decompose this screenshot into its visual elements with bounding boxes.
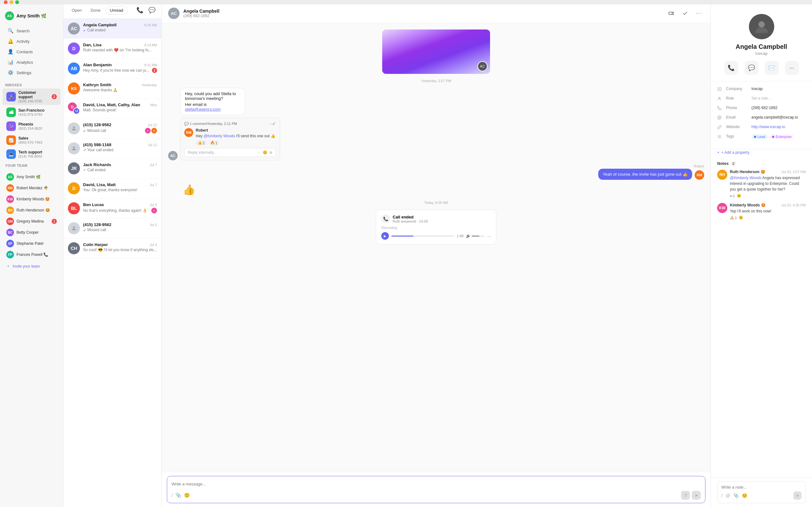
nav-activity[interactable]: 🔔 Activity bbox=[3, 36, 61, 46]
team-ruth[interactable]: RH Ruth Henderson 🤩 bbox=[3, 205, 61, 216]
video-call-button[interactable] bbox=[666, 8, 676, 18]
send-button[interactable]: ➤ bbox=[692, 491, 701, 500]
reaction-smiley-btn2[interactable]: 😊 bbox=[739, 216, 743, 220]
rp-actions: 📞 💬 ✉️ ··· bbox=[724, 61, 799, 75]
conv-item-415-128[interactable]: (415) 128-9562 Jul 12 ↙ Missed call K R bbox=[63, 119, 161, 138]
note-input-footer: / @ 📎 🙂 ➤ bbox=[721, 492, 802, 500]
comment-check-icon[interactable]: ✓ bbox=[272, 121, 276, 126]
conv-item-415-128-2[interactable]: (415) 128-9562 Jul 5 ↙ Missed call bbox=[63, 219, 161, 238]
invite-team-button[interactable]: ＋ Invite your team bbox=[3, 262, 61, 271]
tab-unread[interactable]: Unread bbox=[106, 6, 127, 14]
conv-avatar-alan: AB bbox=[68, 62, 80, 74]
maximize-button[interactable] bbox=[15, 0, 19, 4]
nav-contacts-label: Contacts bbox=[16, 50, 33, 54]
conv-item-david-group[interactable]: D +2 David, Lisa, Matt, Cathy, Alan Mon … bbox=[63, 99, 161, 119]
notes-section: Notes 2 RH Ruth Henderson 🤩 Jul 23, 3:57… bbox=[711, 156, 812, 477]
note-send-btn[interactable]: ➤ bbox=[793, 492, 802, 500]
note-emoji-icon[interactable]: 🙂 bbox=[742, 493, 747, 498]
timestamp-yesterday: Yesterday, 2:07 PM bbox=[168, 79, 704, 83]
nav-settings[interactable]: ⚙️ Settings bbox=[3, 67, 61, 78]
inbox-san-francisco[interactable]: 🏙 San Francisco (415) 875-5793 bbox=[3, 106, 61, 119]
team-frances[interactable]: FP Frances Powell 📞 bbox=[3, 249, 61, 260]
inbox-customer-support[interactable]: 🚀 Customer support (628) 246-3765 2 bbox=[3, 89, 61, 105]
reply-send-btn[interactable]: ⊕ bbox=[269, 150, 272, 155]
attachment-icon[interactable]: 📎 bbox=[175, 493, 181, 498]
inbox-phoenix[interactable]: 🔮 Phoenix (802) 154-9820 bbox=[3, 119, 61, 133]
progress-track[interactable] bbox=[391, 236, 454, 236]
slash-command-icon[interactable]: / bbox=[172, 493, 173, 498]
nav-search[interactable]: 🔍 Search bbox=[3, 26, 61, 36]
reply-emoji-btn[interactable]: ··· bbox=[258, 150, 261, 155]
compose-icon-button[interactable]: 💬 bbox=[147, 5, 157, 15]
inbox-avatar-sales: 📈 bbox=[6, 135, 16, 145]
team-kimberly[interactable]: KW Kimberly Woods 🤩 bbox=[3, 194, 61, 205]
conv-item-colin[interactable]: CH Colin Harper Jul 4 So cool! 😎 I'll le… bbox=[63, 238, 161, 259]
play-button[interactable]: ▶ bbox=[381, 232, 389, 240]
message-input[interactable] bbox=[172, 480, 701, 488]
progress-fill bbox=[391, 236, 413, 236]
minimize-button[interactable] bbox=[9, 0, 13, 4]
conv-item-ben[interactable]: BL Ben Lucas Jul 5 No that's everything,… bbox=[63, 199, 161, 219]
plus-icon: ＋ bbox=[6, 264, 10, 269]
recording-bar: ▶ 1:48 🔊 ··· bbox=[381, 232, 491, 240]
nav-analytics[interactable]: 📊 Analytics bbox=[3, 57, 61, 67]
reaction-smiley-btn[interactable]: 😊 bbox=[737, 194, 741, 198]
tab-done[interactable]: Done bbox=[87, 6, 104, 14]
conv-item-dan-lisa[interactable]: D Dan, Lisa 9:14 AM Ruth reacted with ❤️… bbox=[63, 39, 161, 59]
chat-contact-avatar: AC bbox=[168, 8, 179, 19]
conv-item-jack[interactable]: JR Jack Richards Jul 7 ✓ Call ended bbox=[63, 159, 161, 178]
note-input-area: / @ 📎 🙂 ➤ bbox=[711, 477, 812, 507]
rp-more-btn[interactable]: ··· bbox=[785, 61, 799, 75]
rp-avatar bbox=[749, 14, 774, 39]
note-input-field[interactable] bbox=[721, 485, 802, 490]
inbox-info-sf: San Francisco (415) 875-5793 bbox=[18, 108, 57, 116]
svg-point-1 bbox=[73, 147, 75, 149]
rp-profile: Angela Campbell Icecap 📞 💬 ✉️ ··· bbox=[711, 4, 812, 81]
detail-tags: Tags Lead Enterprise bbox=[717, 134, 806, 140]
team-robert[interactable]: RM Robert Mendez 🌴 bbox=[3, 183, 61, 193]
inbox-tech-support[interactable]: 💻 Tech support (514) 705-8002 bbox=[3, 148, 61, 161]
more-recording-btn[interactable]: ··· bbox=[487, 233, 491, 239]
team-amy[interactable]: AS Amy Smith 🌿 bbox=[3, 172, 61, 182]
conv-item-415-598[interactable]: (415) 598-1168 Jul 12 ↗ Your call ended bbox=[63, 138, 161, 159]
msg-avatar-left: AC bbox=[168, 151, 178, 160]
reply-input[interactable]: Reply internally... ··· 🙂 ⊕ bbox=[184, 148, 276, 157]
conv-item-angela[interactable]: AC Angela Campbell 9:26 AM ↙ Call ended bbox=[63, 19, 161, 39]
nav-contacts[interactable]: 👤 Contacts bbox=[3, 47, 61, 57]
emoji-icon[interactable]: 🙂 bbox=[184, 493, 190, 498]
tab-open[interactable]: Open bbox=[68, 6, 86, 14]
team-gregory[interactable]: GM Gregory Medina 1 bbox=[3, 216, 61, 227]
note-slash-icon[interactable]: / bbox=[721, 493, 722, 498]
conv-avatar-unknown3 bbox=[68, 222, 80, 234]
call-icon-button[interactable]: 📞 bbox=[135, 5, 145, 15]
detail-website: Website http://www.icecap.io bbox=[717, 125, 806, 130]
inbox-avatar-tech: 💻 bbox=[6, 149, 16, 159]
rp-email-btn[interactable]: ✉️ bbox=[765, 61, 779, 75]
rp-call-btn[interactable]: 📞 bbox=[724, 61, 738, 75]
add-property-button[interactable]: + + Add a property bbox=[711, 149, 812, 156]
inbox-sales[interactable]: 📈 Sales (800) 676-7463 bbox=[3, 133, 61, 147]
conv-item-kathryn[interactable]: KS Kathryn Smith Yesterday Awesome thank… bbox=[63, 79, 161, 99]
tags-row: Lead Enterprise bbox=[751, 134, 794, 139]
conv-item-alan[interactable]: AB Alan Benjamin 8:31 AM Hey Amy, if you… bbox=[63, 59, 161, 79]
svg-point-6 bbox=[719, 97, 720, 99]
check-button[interactable] bbox=[680, 8, 690, 18]
note-mention-icon[interactable]: @ bbox=[726, 493, 730, 498]
note-reactions-kimberly: 🙏 1 😊 bbox=[730, 216, 806, 220]
note-attach-icon[interactable]: 📎 bbox=[733, 493, 739, 498]
detail-phone: Phone (269) 682-1892 bbox=[717, 106, 806, 111]
schedule-send-btn[interactable]: ⏱ bbox=[681, 491, 690, 500]
more-options-button[interactable]: ··· bbox=[694, 8, 704, 18]
rp-chat-btn[interactable]: 💬 bbox=[745, 61, 758, 75]
team-betty[interactable]: BC Betty Cooper bbox=[3, 227, 61, 238]
conv-avatar-ben: BL bbox=[68, 202, 80, 214]
team-avatar-frances: FP bbox=[6, 251, 14, 259]
conv-item-david-lisa-matt[interactable]: D David, Lisa, Matt Jul 7 You: Ok great,… bbox=[63, 178, 161, 199]
comment-more-icon[interactable]: ··· bbox=[269, 122, 272, 125]
close-button[interactable] bbox=[4, 0, 8, 4]
team-stephanie[interactable]: SP Stephanie Patel bbox=[3, 238, 61, 249]
detail-role: Role Set a role... bbox=[717, 96, 806, 102]
image-sender-avatar: AC bbox=[477, 61, 488, 71]
settings-icon: ⚙️ bbox=[8, 70, 13, 75]
reply-smiley-btn[interactable]: 🙂 bbox=[263, 150, 267, 155]
